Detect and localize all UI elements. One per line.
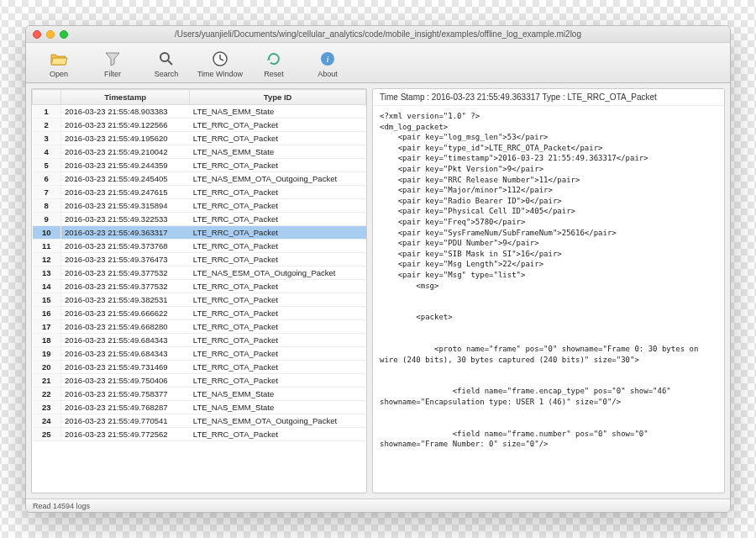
row-timestamp: 2016-03-23 21:55:49.684343: [61, 347, 190, 361]
table-row[interactable]: 202016-03-23 21:55:49.731469LTE_RRC_OTA_…: [33, 361, 366, 374]
table-row[interactable]: 102016-03-23 21:55:49.363317LTE_RRC_OTA_…: [33, 226, 366, 240]
log-table-pane[interactable]: Timestamp Type ID 12016-03-23 21:55:48.9…: [31, 88, 367, 493]
row-index: 2: [33, 119, 61, 132]
row-index: 18: [33, 334, 61, 347]
row-timestamp: 2016-03-23 21:55:49.373768: [61, 240, 190, 253]
row-timestamp: 2016-03-23 21:55:48.903383: [61, 105, 190, 119]
row-type: LTE_RRC_OTA_Packet: [190, 226, 366, 240]
search-button[interactable]: Search: [142, 48, 191, 78]
table-row[interactable]: 232016-03-23 21:55:49.768287LTE_NAS_EMM_…: [33, 401, 366, 414]
row-index: 17: [33, 320, 61, 334]
table-row[interactable]: 172016-03-23 21:55:49.668280LTE_RRC_OTA_…: [33, 320, 366, 334]
table-row[interactable]: 132016-03-23 21:55:49.377532LTE_NAS_ESM_…: [33, 266, 366, 280]
row-type: LTE_RRC_OTA_Packet: [190, 186, 366, 199]
detail-header: Time Stamp : 2016-03-23 21:55:49.363317 …: [373, 89, 724, 106]
table-row[interactable]: 62016-03-23 21:55:49.245405LTE_NAS_EMM_O…: [33, 172, 366, 186]
row-timestamp: 2016-03-23 21:55:49.376473: [61, 253, 190, 266]
table-row[interactable]: 222016-03-23 21:55:49.758377LTE_NAS_EMM_…: [33, 388, 366, 401]
row-type: LTE_NAS_EMM_State: [190, 401, 366, 414]
table-row[interactable]: 162016-03-23 21:55:49.666622LTE_RRC_OTA_…: [33, 307, 366, 320]
row-index: 21: [33, 374, 61, 388]
row-index: 14: [33, 280, 61, 293]
search-icon: [157, 50, 176, 68]
row-type: LTE_RRC_OTA_Packet: [190, 347, 366, 361]
funnel-icon: [103, 50, 122, 68]
row-timestamp: 2016-03-23 21:55:49.768287: [61, 401, 190, 414]
row-index: 24: [33, 414, 61, 428]
row-type: LTE_RRC_OTA_Packet: [190, 293, 366, 307]
row-index: 23: [33, 401, 61, 414]
row-index: 6: [33, 172, 61, 186]
row-timestamp: 2016-03-23 21:55:49.668280: [61, 320, 190, 334]
table-row[interactable]: 192016-03-23 21:55:49.684343LTE_RRC_OTA_…: [33, 347, 366, 361]
row-type: LTE_RRC_OTA_Packet: [190, 240, 366, 253]
row-timestamp: 2016-03-23 21:55:49.322533: [61, 213, 190, 226]
detail-pane: Time Stamp : 2016-03-23 21:55:49.363317 …: [372, 88, 725, 493]
row-type: LTE_RRC_OTA_Packet: [190, 199, 366, 213]
row-type: LTE_RRC_OTA_Packet: [190, 119, 366, 132]
svg-line-1: [168, 61, 172, 65]
time-window-button[interactable]: Time Window: [196, 48, 244, 78]
open-button[interactable]: Open: [34, 48, 83, 78]
row-type: LTE_NAS_EMM_OTA_Outgoing_Packet: [190, 172, 366, 186]
row-timestamp: 2016-03-23 21:55:49.247615: [61, 186, 190, 199]
table-row[interactable]: 122016-03-23 21:55:49.376473LTE_RRC_OTA_…: [33, 253, 366, 266]
table-row[interactable]: 152016-03-23 21:55:49.382531LTE_RRC_OTA_…: [33, 293, 366, 307]
window-title: /Users/yuanjieli/Documents/wing/cellular…: [175, 29, 581, 39]
row-type: LTE_RRC_OTA_Packet: [190, 320, 366, 334]
row-type: LTE_RRC_OTA_Packet: [190, 374, 366, 388]
table-row[interactable]: 212016-03-23 21:55:49.750406LTE_RRC_OTA_…: [33, 374, 366, 388]
row-type: LTE_RRC_OTA_Packet: [190, 280, 366, 293]
status-bar: Read 14594 logs: [26, 498, 730, 512]
row-type: LTE_RRC_OTA_Packet: [190, 361, 366, 374]
table-row[interactable]: 112016-03-23 21:55:49.373768LTE_RRC_OTA_…: [33, 240, 366, 253]
row-index: 22: [33, 388, 61, 401]
table-row[interactable]: 12016-03-23 21:55:48.903383LTE_NAS_EMM_S…: [33, 105, 366, 119]
table-row[interactable]: 252016-03-23 21:55:49.772562LTE_RRC_OTA_…: [33, 428, 366, 441]
row-timestamp: 2016-03-23 21:55:49.377532: [61, 266, 190, 280]
col-type[interactable]: Type ID: [190, 90, 366, 105]
row-index: 4: [33, 145, 61, 159]
row-index: 9: [33, 213, 61, 226]
svg-text:i: i: [326, 54, 328, 64]
maximize-icon[interactable]: [60, 30, 68, 39]
row-timestamp: 2016-03-23 21:55:49.122566: [61, 119, 190, 132]
about-button[interactable]: i About: [303, 48, 352, 78]
table-row[interactable]: 242016-03-23 21:55:49.770541LTE_NAS_EMM_…: [33, 414, 366, 428]
row-timestamp: 2016-03-23 21:55:49.382531: [61, 293, 190, 307]
table-row[interactable]: 142016-03-23 21:55:49.377532LTE_RRC_OTA_…: [33, 280, 366, 293]
close-icon[interactable]: [33, 30, 41, 39]
minimize-icon[interactable]: [46, 30, 55, 39]
table-row[interactable]: 52016-03-23 21:55:49.244359LTE_RRC_OTA_P…: [33, 159, 366, 172]
row-index: 1: [33, 105, 61, 119]
row-timestamp: 2016-03-23 21:55:49.666622: [61, 307, 190, 320]
row-type: LTE_RRC_OTA_Packet: [190, 428, 366, 441]
row-timestamp: 2016-03-23 21:55:49.210042: [61, 145, 190, 159]
about-label: About: [318, 70, 338, 78]
row-type: LTE_RRC_OTA_Packet: [190, 334, 366, 347]
row-timestamp: 2016-03-23 21:55:49.750406: [61, 374, 190, 388]
row-timestamp: 2016-03-23 21:55:49.315894: [61, 199, 190, 213]
table-row[interactable]: 42016-03-23 21:55:49.210042LTE_NAS_EMM_S…: [33, 145, 366, 159]
open-label: Open: [50, 70, 68, 78]
row-type: LTE_RRC_OTA_Packet: [190, 307, 366, 320]
col-timestamp[interactable]: Timestamp: [61, 90, 190, 105]
info-icon: i: [318, 50, 337, 68]
col-index[interactable]: [33, 90, 61, 105]
table-row[interactable]: 72016-03-23 21:55:49.247615LTE_RRC_OTA_P…: [33, 186, 366, 199]
filter-button[interactable]: Filter: [88, 48, 137, 78]
refresh-icon: [265, 50, 283, 68]
detail-body[interactable]: <?xml version="1.0" ?> <dm_log_packet> <…: [373, 106, 724, 493]
table-row[interactable]: 32016-03-23 21:55:49.195620LTE_RRC_OTA_P…: [33, 132, 366, 145]
reset-button[interactable]: Reset: [249, 48, 298, 78]
row-index: 16: [33, 307, 61, 320]
row-type: LTE_RRC_OTA_Packet: [190, 253, 366, 266]
table-row[interactable]: 182016-03-23 21:55:49.684343LTE_RRC_OTA_…: [33, 334, 366, 347]
table-row[interactable]: 82016-03-23 21:55:49.315894LTE_RRC_OTA_P…: [33, 199, 366, 213]
app-window: /Users/yuanjieli/Documents/wing/cellular…: [25, 25, 731, 513]
row-timestamp: 2016-03-23 21:55:49.195620: [61, 132, 190, 145]
table-row[interactable]: 92016-03-23 21:55:49.322533LTE_RRC_OTA_P…: [33, 213, 366, 226]
titlebar: /Users/yuanjieli/Documents/wing/cellular…: [26, 26, 730, 43]
table-row[interactable]: 22016-03-23 21:55:49.122566LTE_RRC_OTA_P…: [33, 119, 366, 132]
row-type: LTE_NAS_EMM_State: [190, 388, 366, 401]
